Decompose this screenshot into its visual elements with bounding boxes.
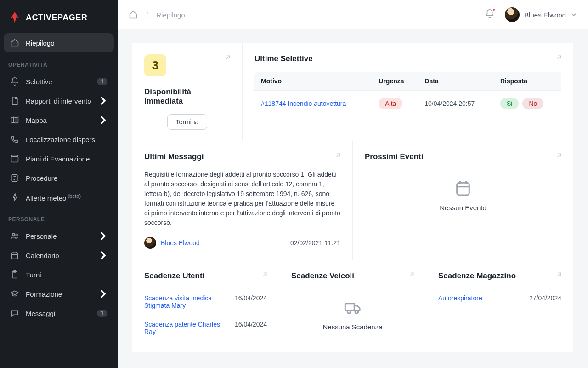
card-disponibilita: 3 Disponibilità Immediata Termina xyxy=(132,43,243,141)
empty-text: Nessuna Scadenza xyxy=(291,323,414,331)
card-prossimi-eventi: Prossimi Eventi Nessun Evento xyxy=(353,141,573,260)
sidebar-item-selettive[interactable]: Selettive 1 xyxy=(4,72,114,91)
chevron-down-icon xyxy=(571,12,577,18)
deadline-link[interactable]: Autorespiratore xyxy=(438,294,522,302)
card-title: Disponibilità Immediata xyxy=(144,87,230,106)
chevron-right-icon xyxy=(98,289,107,299)
breadcrumb-current: Riepilogo xyxy=(156,11,185,19)
badge-count: 1 xyxy=(97,78,107,85)
sidebar-item-messaggi[interactable]: Messaggi 1 xyxy=(4,304,114,323)
open-icon[interactable] xyxy=(555,270,563,279)
sidebar-item-mappa[interactable]: Mappa xyxy=(4,110,114,130)
risposta-si-button[interactable]: Si xyxy=(500,98,519,109)
sidebar: ACTIVEPAGER Riepilogo OPERATIVITÀ Selett… xyxy=(0,0,118,368)
breadcrumb: / Riepilogo xyxy=(129,10,185,19)
sidebar-item-calendario[interactable]: Calendario xyxy=(4,246,114,265)
open-icon[interactable] xyxy=(260,270,269,279)
svg-rect-0 xyxy=(11,157,18,162)
termina-button[interactable]: Termina xyxy=(167,114,208,130)
clipboard-icon xyxy=(10,270,19,279)
deadline-link[interactable]: Scadenza patente Charles Ray xyxy=(144,321,227,335)
deadline-item: Autorespiratore 27/04/2024 xyxy=(438,289,561,307)
open-icon[interactable] xyxy=(555,151,563,160)
svg-point-3 xyxy=(16,234,17,236)
notifications-button[interactable] xyxy=(485,9,495,21)
card-ultime-selettive: Ultime Selettive Motivo Urgenza Data Ris… xyxy=(243,43,573,141)
deadline-date: 16/04/2024 xyxy=(235,321,267,328)
card-scadenze-utenti: Scadenze Utenti Scadenza visita medica S… xyxy=(132,260,279,352)
open-icon[interactable] xyxy=(224,53,232,62)
chevron-right-icon xyxy=(98,251,107,260)
sidebar-item-rapporti[interactable]: Rapporti di intervento xyxy=(4,91,114,110)
weather-icon xyxy=(10,193,19,202)
home-icon[interactable] xyxy=(129,10,138,19)
svg-rect-8 xyxy=(345,304,354,310)
col-urgenza: Urgenza xyxy=(372,72,418,91)
svg-rect-7 xyxy=(457,183,469,195)
deadline-link[interactable]: Scadenza visita medica Stigmata Mary xyxy=(144,294,227,309)
avatar xyxy=(144,237,156,249)
sidebar-item-localizzazione[interactable]: Localizzazione dispersi xyxy=(4,130,114,149)
chat-icon xyxy=(10,309,19,318)
message-body: Requisiti e formazione degli addetti al … xyxy=(144,170,340,228)
users-icon xyxy=(10,231,19,241)
brand-name: ACTIVEPAGER xyxy=(26,13,87,23)
sidebar-item-turni[interactable]: Turni xyxy=(4,265,114,284)
brand[interactable]: ACTIVEPAGER xyxy=(4,7,114,33)
sidebar-item-label: Procedure xyxy=(26,174,57,182)
breadcrumb-separator: / xyxy=(146,11,148,19)
notification-dot xyxy=(492,8,496,12)
user-menu[interactable]: Blues Elwood xyxy=(505,7,577,22)
empty-text: Nessun Evento xyxy=(365,204,561,212)
svg-point-10 xyxy=(355,310,358,314)
sidebar-item-personale[interactable]: Personale xyxy=(4,226,114,246)
sidebar-item-allerte[interactable]: Allerte meteo(beta) xyxy=(4,188,114,207)
sidebar-item-riepilogo[interactable]: Riepilogo xyxy=(4,33,114,52)
open-icon[interactable] xyxy=(334,151,342,160)
sidebar-item-formazione[interactable]: Formazione xyxy=(4,284,114,304)
deadline-date: 16/04/2024 xyxy=(235,294,267,302)
sidebar-item-label: Allerte meteo(beta) xyxy=(26,193,81,202)
sidebar-item-label: Localizzazione dispersi xyxy=(26,136,96,144)
document-icon xyxy=(10,96,19,105)
col-risposta: Risposta xyxy=(494,72,561,91)
sidebar-item-label: Formazione xyxy=(26,290,62,298)
sidebar-item-procedure[interactable]: Procedure xyxy=(4,168,114,188)
user-name: Blues Elwood xyxy=(524,11,566,19)
map-icon xyxy=(10,115,19,125)
deadline-item: Scadenza visita medica Stigmata Mary 16/… xyxy=(144,289,267,315)
beta-tag: (beta) xyxy=(68,193,81,199)
deadline-date: 27/04/2024 xyxy=(529,294,561,302)
sidebar-item-label: Rapporti di intervento xyxy=(26,97,91,105)
count-badge: 3 xyxy=(144,54,166,76)
open-icon[interactable] xyxy=(555,53,563,62)
badge-count: 1 xyxy=(97,310,107,317)
sidebar-item-label: Calendario xyxy=(26,252,59,259)
card-scadenze-veicoli: Scadenze Veicoli Nessuna Scadenza xyxy=(279,260,426,352)
risposta-no-button[interactable]: No xyxy=(522,98,543,109)
topbar: / Riepilogo Blues Elwood xyxy=(118,0,588,29)
sidebar-item-label: Riepilogo xyxy=(26,39,55,47)
svg-rect-4 xyxy=(11,253,17,259)
col-data: Data xyxy=(418,72,494,91)
table-row: #118744 Incendio autovettura Alta 10/04/… xyxy=(254,91,561,117)
deadline-item: Scadenza patente Charles Ray 16/04/2024 xyxy=(144,315,267,341)
card-scadenze-magazzino: Scadenze Magazzino Autorespiratore 27/04… xyxy=(426,260,573,352)
calendar-icon xyxy=(454,179,472,197)
calendar-icon xyxy=(10,251,19,260)
logo-icon xyxy=(8,11,21,24)
message-author[interactable]: Blues Elwood xyxy=(144,237,200,249)
open-icon[interactable] xyxy=(407,270,416,279)
urgenza-pill: Alta xyxy=(379,98,402,109)
svg-point-2 xyxy=(12,233,15,236)
selettiva-date: 10/04/2024 20:57 xyxy=(418,91,494,117)
sidebar-item-piani[interactable]: Piani di Evacuazione xyxy=(4,149,114,168)
selettiva-link[interactable]: #118744 Incendio autovettura xyxy=(261,100,346,107)
message-date: 02/02/2021 11:21 xyxy=(290,239,340,247)
document-lines-icon xyxy=(10,173,19,183)
sidebar-item-label: Piani di Evacuazione xyxy=(26,155,90,163)
card-ultimi-messaggi: Ultimi Messaggi Requisiti e formazione d… xyxy=(132,141,353,260)
home-icon xyxy=(10,38,19,47)
selettive-table: Motivo Urgenza Data Risposta #118744 Inc… xyxy=(254,72,561,116)
card-title: Scadenze Magazzino xyxy=(438,271,561,281)
